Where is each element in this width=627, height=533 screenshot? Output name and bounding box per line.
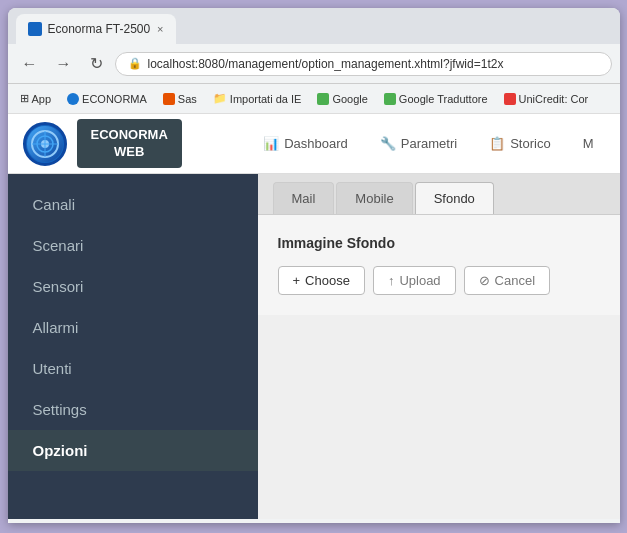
- sidebar-item-allarmi[interactable]: Allarmi: [8, 307, 258, 348]
- storico-icon: 📋: [489, 136, 505, 151]
- address-bar[interactable]: 🔒 localhost:8080/management/option_manag…: [115, 52, 612, 76]
- tab-close-button[interactable]: ×: [157, 23, 163, 35]
- bookmark-apps[interactable]: ⊞ App: [16, 90, 56, 107]
- browser-tab[interactable]: Econorma FT-2500 ×: [16, 14, 176, 44]
- file-upload-row: + Choose ↑ Upload ⊘ Cancel: [278, 266, 600, 295]
- econorma-icon: [67, 93, 79, 105]
- browser-toolbar: ← → ↻ 🔒 localhost:8080/management/option…: [8, 44, 620, 84]
- nav-tab-parametri[interactable]: 🔧 Parametri: [364, 128, 473, 159]
- refresh-button[interactable]: ↻: [84, 50, 109, 77]
- browser-titlebar: Econorma FT-2500 ×: [8, 8, 620, 44]
- lock-icon: 🔒: [128, 57, 142, 70]
- sidebar: Canali Scenari Sensori Allarmi Utenti Se…: [8, 174, 258, 519]
- sidebar-item-sensori[interactable]: Sensori: [8, 266, 258, 307]
- logo-inner: [27, 126, 63, 162]
- main-content: Mail Mobile Sfondo Immagine Sfondo +: [258, 174, 620, 519]
- panel-title: Immagine Sfondo: [278, 235, 600, 251]
- app-header: ECONORMA WEB 📊 Dashboard 🔧 Parametri 📋 S…: [8, 114, 620, 174]
- logo-svg: [31, 130, 59, 158]
- bookmark-google[interactable]: Google: [313, 91, 371, 107]
- tab-favicon: [28, 22, 42, 36]
- url-text: localhost:8080/management/option_managem…: [148, 57, 504, 71]
- tabs-bar: Mail Mobile Sfondo: [258, 174, 620, 215]
- bookmark-unicredit[interactable]: UniCredit: Cor: [500, 91, 593, 107]
- tab-sfondo[interactable]: Sfondo: [415, 182, 494, 214]
- content-area: Canali Scenari Sensori Allarmi Utenti Se…: [8, 174, 620, 519]
- folder-icon: 📁: [213, 92, 227, 105]
- tab-mail[interactable]: Mail: [273, 182, 335, 214]
- logo-section: ECONORMA WEB: [8, 119, 238, 169]
- upload-icon: ↑: [388, 273, 395, 288]
- nav-tab-dashboard[interactable]: 📊 Dashboard: [247, 128, 364, 159]
- google-icon: [317, 93, 329, 105]
- app-container: ECONORMA WEB 📊 Dashboard 🔧 Parametri 📋 S…: [8, 114, 620, 519]
- bookmark-econorma[interactable]: ECONORMA: [63, 91, 151, 107]
- tab-title: Econorma FT-2500: [48, 22, 151, 36]
- dashboard-icon: 📊: [263, 136, 279, 151]
- sidebar-item-utenti[interactable]: Utenti: [8, 348, 258, 389]
- apps-grid-icon: ⊞: [20, 92, 29, 105]
- google-translate-icon: [384, 93, 396, 105]
- header-nav: 📊 Dashboard 🔧 Parametri 📋 Storico M: [237, 128, 619, 159]
- sidebar-item-scenari[interactable]: Scenari: [8, 225, 258, 266]
- bookmarks-bar: ⊞ App ECONORMA Sas 📁 Importati da IE Goo…: [8, 84, 620, 114]
- plus-icon: +: [293, 273, 301, 288]
- upload-button[interactable]: ↑ Upload: [373, 266, 456, 295]
- brand-name: ECONORMA WEB: [77, 119, 182, 169]
- choose-button[interactable]: + Choose: [278, 266, 365, 295]
- sas-icon: [163, 93, 175, 105]
- sidebar-item-settings[interactable]: Settings: [8, 389, 258, 430]
- sfondo-panel: Immagine Sfondo + Choose ↑ Upload ⊘ Canc: [258, 215, 620, 315]
- back-button[interactable]: ←: [16, 51, 44, 77]
- sidebar-item-canali[interactable]: Canali: [8, 184, 258, 225]
- logo-circle: [23, 122, 67, 166]
- forward-button[interactable]: →: [50, 51, 78, 77]
- tab-bar: Econorma FT-2500 ×: [16, 8, 176, 44]
- tab-mobile[interactable]: Mobile: [336, 182, 412, 214]
- unicredit-icon: [504, 93, 516, 105]
- bookmark-google-translate[interactable]: Google Traduttore: [380, 91, 492, 107]
- parametri-icon: 🔧: [380, 136, 396, 151]
- bookmark-importati[interactable]: 📁 Importati da IE: [209, 90, 306, 107]
- cancel-icon: ⊘: [479, 273, 490, 288]
- bookmark-sas[interactable]: Sas: [159, 91, 201, 107]
- nav-tab-storico[interactable]: 📋 Storico: [473, 128, 566, 159]
- nav-tab-m[interactable]: M: [567, 128, 610, 159]
- cancel-button[interactable]: ⊘ Cancel: [464, 266, 550, 295]
- sidebar-item-opzioni[interactable]: Opzioni: [8, 430, 258, 471]
